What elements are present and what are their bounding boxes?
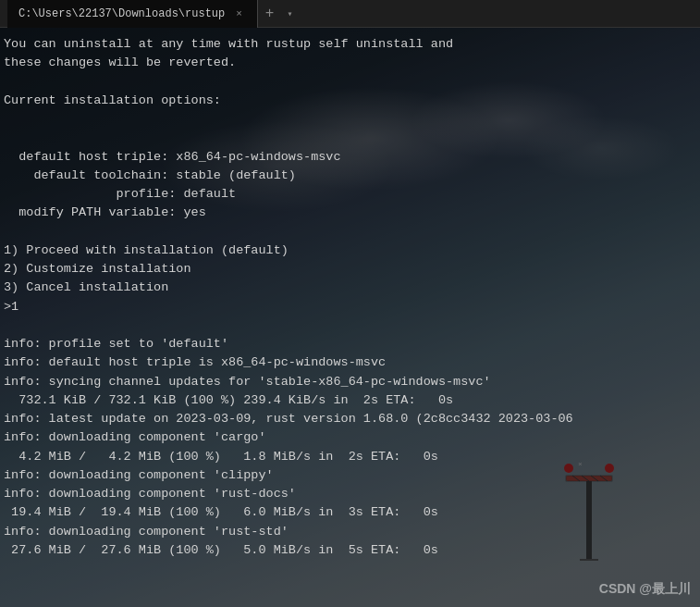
terminal-line: 3) Cancel installation — [4, 279, 573, 297]
terminal-line: Current installation options: — [4, 92, 573, 110]
terminal-line: 2) Customize installation — [4, 260, 573, 279]
new-tab-button[interactable]: + — [258, 0, 282, 28]
terminal-tab[interactable]: C:\Users\22137\Downloads\rustup × — [7, 0, 258, 28]
terminal-content[interactable]: You can uninstall at any time with rustu… — [0, 28, 577, 567]
terminal-line: info: downloading component 'rust-docs' — [4, 485, 573, 503]
terminal-line — [4, 73, 573, 92]
terminal-line: modify PATH variable: yes — [4, 204, 573, 222]
terminal-line — [4, 316, 573, 335]
tab-label: C:\Users\22137\Downloads\rustup — [18, 7, 225, 20]
terminal-line: info: downloading component 'cargo' — [4, 428, 573, 447]
terminal-window: × You can uninstall at any time with rus… — [0, 28, 700, 607]
terminal-line: 19.4 MiB / 19.4 MiB (100 %) 6.0 MiB/s in… — [4, 503, 573, 522]
terminal-line: info: latest update on 2023-03-09, rust … — [4, 410, 573, 428]
terminal-line: info: default host triple is x86_64-pc-w… — [4, 353, 573, 372]
terminal-line: profile: default — [4, 185, 573, 204]
terminal-line: 27.6 MiB / 27.6 MiB (100 %) 5.0 MiB/s in… — [4, 541, 573, 560]
watermark: CSDN @最上川 — [599, 581, 691, 598]
terminal-line: You can uninstall at any time with rustu… — [4, 35, 573, 54]
terminal-line: 4.2 MiB / 4.2 MiB (100 %) 1.8 MiB/s in 2… — [4, 448, 573, 466]
terminal-line — [4, 110, 573, 129]
title-bar: C:\Users\22137\Downloads\rustup × + ▾ — [0, 0, 700, 28]
terminal-line — [4, 129, 573, 147]
terminal-line: info: profile set to 'default' — [4, 335, 573, 353]
terminal-line: these changes will be reverted. — [4, 54, 573, 72]
terminal-line: info: syncing channel updates for 'stabl… — [4, 373, 573, 391]
terminal-line: >1 — [4, 298, 573, 316]
terminal-line: info: downloading component 'clippy' — [4, 466, 573, 485]
tab-dropdown-button[interactable]: ▾ — [281, 0, 298, 28]
terminal-line: 1) Proceed with installation (default) — [4, 242, 573, 260]
terminal-line — [4, 223, 573, 242]
terminal-line: default host triple: x86_64-pc-windows-m… — [4, 148, 573, 167]
terminal-line: info: downloading component 'rust-std' — [4, 523, 573, 541]
terminal-line: default toolchain: stable (default) — [4, 167, 573, 185]
terminal-line: 732.1 KiB / 732.1 KiB (100 %) 239.4 KiB/… — [4, 391, 573, 410]
tab-close-button[interactable]: × — [232, 6, 246, 21]
